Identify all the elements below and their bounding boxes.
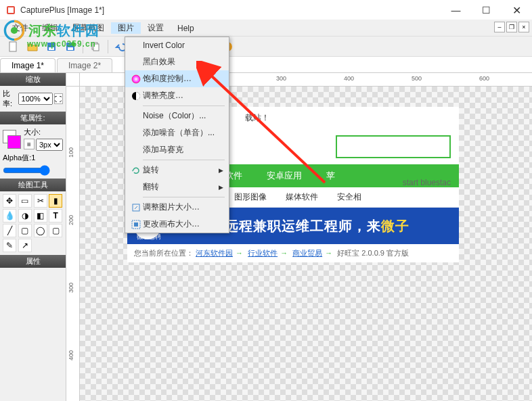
menu-help[interactable]: Help [171, 24, 201, 33]
tab-image1[interactable]: Image 1* [0, 58, 56, 72]
hue-wheel-icon [129, 74, 143, 85]
tool-highlight[interactable]: ▮ [49, 194, 62, 208]
tool-eraser[interactable]: ◧ [34, 209, 47, 222]
menu-rotate[interactable]: 旋转▶ [125, 162, 229, 179]
menu-capture[interactable]: 屏幕截图 [65, 22, 111, 34]
svg-rect-9 [93, 44, 99, 51]
main-toolbar: ? [0, 37, 532, 57]
menu-bar: 文件 编辑 屏幕截图 图片 设置 Help – ❐ × [0, 20, 532, 37]
svg-rect-6 [68, 47, 73, 50]
tool-rect[interactable]: ▢ [18, 224, 32, 237]
sidebar: 缩放 比率: 100% ⛶ 笔属性: 大小: ≡ 3px [0, 73, 66, 401]
contrast-icon [129, 91, 143, 101]
zoom-label: 比率: [3, 89, 17, 109]
alpha-label: Alpha值:1 [3, 153, 63, 163]
tool-ellipse[interactable]: ◯ [34, 224, 47, 237]
chevron-right-icon: ▶ [219, 167, 223, 174]
menu-brightness[interactable]: 调整亮度… [125, 87, 229, 104]
menu-saturation[interactable]: 饱和度控制… [125, 70, 229, 87]
alpha-slider[interactable] [3, 165, 50, 176]
site-search-box [336, 135, 451, 158]
svg-point-7 [71, 42, 75, 46]
zoom-select[interactable]: 100% [18, 93, 53, 105]
pen-panel-title: 笔属性: [0, 112, 66, 124]
maximize-button[interactable]: ☐ [471, 0, 502, 20]
menu-image[interactable]: 图片 [111, 22, 141, 34]
tool-pencil[interactable]: ✎ [3, 239, 16, 252]
tool-crop[interactable]: ✂ [34, 194, 47, 208]
zoom-panel-title: 缩放 [0, 73, 66, 86]
menu-settings[interactable]: 设置 [141, 22, 171, 34]
menu-resize-image[interactable]: 调整图片大小… [125, 199, 229, 216]
svg-rect-1 [8, 7, 14, 13]
size-label: 大小: [24, 127, 63, 137]
line-style-icon[interactable]: ≡ [24, 139, 35, 149]
bg-color-swatch[interactable] [7, 135, 21, 149]
menu-edit[interactable]: 编辑 [35, 22, 65, 34]
zoom-fit-icon[interactable]: ⛶ [54, 93, 63, 104]
menu-noise-color[interactable]: Noise（Color）... [125, 108, 229, 124]
rotate-icon [129, 165, 143, 176]
tool-select[interactable]: ✥ [3, 194, 16, 208]
resize-icon [129, 202, 143, 213]
tool-fill[interactable]: ◑ [18, 209, 32, 222]
chevron-right-icon: ▶ [219, 184, 223, 191]
mdi-close-button[interactable]: × [518, 22, 529, 32]
tool-rounded[interactable]: ▢ [49, 224, 62, 237]
tools-panel-title: 绘图工具 [0, 179, 66, 191]
tool-line[interactable]: ╱ [3, 224, 16, 237]
bluestacks-text: start bluestac [403, 178, 451, 187]
px-select[interactable]: 3px [36, 139, 63, 151]
new-icon[interactable] [5, 39, 22, 55]
svg-rect-2 [9, 42, 16, 51]
ruler-corner [66, 73, 80, 87]
save-icon[interactable] [43, 39, 60, 55]
tab-image2[interactable]: Image 2* [57, 58, 112, 72]
breadcrumb: 您当前所在位置： 河东软件园→ 行业软件→ 商业贸易→ 好旺宝 2.0.0.9 … [127, 244, 459, 262]
open-icon[interactable] [24, 39, 41, 55]
tool-marquee[interactable]: ▭ [18, 194, 32, 208]
close-button[interactable]: ✕ [502, 0, 532, 20]
tool-eyedropper[interactable]: 💧 [3, 209, 16, 222]
copy-icon[interactable] [87, 39, 104, 55]
canvas-icon [129, 219, 143, 230]
minimize-button[interactable]: — [441, 0, 471, 20]
window-title: CapturePlus [Image 1*] [20, 5, 104, 15]
menu-bw-effect[interactable]: 黑白效果 [125, 53, 229, 70]
tool-arrow[interactable]: ↗ [18, 239, 32, 252]
document-tabs: Image 1* Image 2* [0, 57, 532, 73]
mdi-restore-button[interactable]: ❐ [506, 22, 517, 32]
ruler-vertical: 100 200 300 400 [66, 87, 80, 401]
attrs-panel-title: 属性 [0, 255, 66, 268]
image-menu-dropdown: Invert Color 黑白效果 饱和度控制… 调整亮度… Noise（Col… [125, 37, 229, 233]
menu-file[interactable]: 文件 [5, 22, 35, 34]
title-bar: CapturePlus [Image 1*] — ☐ ✕ [0, 0, 532, 20]
tool-text[interactable]: T [49, 209, 62, 222]
app-icon [5, 5, 16, 16]
mdi-minimize-button[interactable]: – [494, 22, 505, 32]
menu-invert-color[interactable]: Invert Color [125, 37, 229, 53]
svg-rect-21 [134, 222, 138, 227]
menu-noise-mono[interactable]: 添加噪音（单音）... [125, 124, 229, 141]
saveas-icon[interactable] [62, 39, 79, 55]
menu-resize-canvas[interactable]: 更改画布大小… [125, 216, 229, 233]
svg-rect-4 [49, 47, 54, 50]
menu-mosaic[interactable]: 添加马赛克 [125, 141, 229, 158]
menu-flip[interactable]: 翻转▶ [125, 179, 229, 195]
